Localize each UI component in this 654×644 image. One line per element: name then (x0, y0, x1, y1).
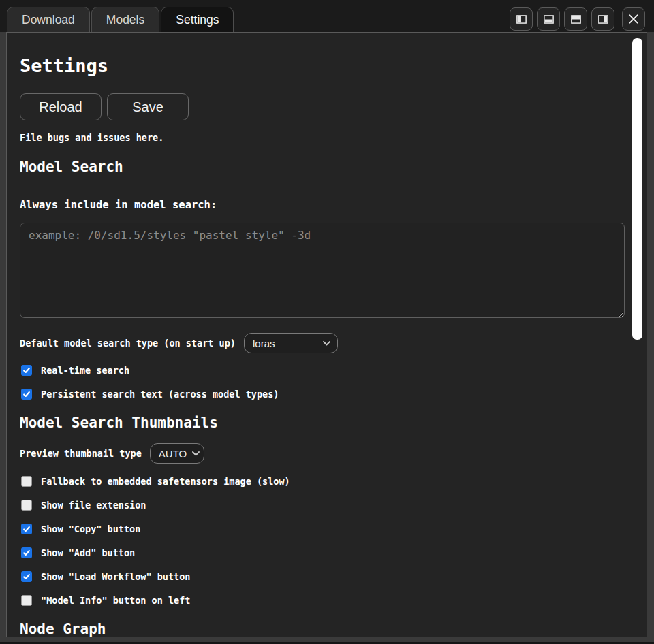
chevron-down-icon (323, 341, 330, 346)
window-controls (510, 7, 645, 31)
panel-top-icon (570, 14, 582, 25)
show-add-button-checkbox[interactable] (21, 547, 32, 558)
fallback-safetensors-checkbox[interactable] (21, 476, 32, 487)
checkbox-row-persistent-search[interactable]: Persistent search text (across model typ… (21, 388, 619, 400)
checkmark-icon (22, 549, 31, 557)
checkbox-row-show-add-button[interactable]: Show "Add" button (21, 547, 619, 558)
checkbox-label: "Model Info" button on left (41, 595, 190, 606)
node-graph-heading: Node Graph (20, 620, 619, 637)
file-bugs-link[interactable]: File bugs and issues here. (20, 132, 164, 144)
checkmark-icon (22, 573, 31, 581)
close-icon (627, 13, 640, 25)
checkbox-label: Persistent search text (across model typ… (41, 389, 279, 400)
checkbox-label: Show "Add" button (41, 547, 135, 558)
preview-thumbnail-type-label: Preview thumbnail type (20, 448, 142, 459)
dock-bottom-button[interactable] (537, 7, 560, 31)
checkbox-label: Show file extension (41, 500, 146, 511)
dock-left-button[interactable] (510, 7, 533, 31)
dock-right-button[interactable] (591, 7, 614, 31)
checkbox-row-show-load-workflow-button[interactable]: Show "Load Workflow" button (21, 570, 619, 582)
always-include-label: Always include in model search: (20, 199, 619, 211)
show-copy-button-checkbox[interactable] (21, 524, 32, 534)
close-button[interactable] (622, 7, 645, 31)
model-search-heading: Model Search (20, 158, 619, 176)
top-bar: Download Models Settings (0, 0, 654, 32)
settings-panel: Settings Reload Save File bugs and issue… (6, 32, 647, 637)
show-load-workflow-checkbox[interactable] (21, 571, 32, 582)
default-search-type-row: Default model search type (on start up) … (20, 333, 619, 353)
always-include-textarea[interactable] (20, 223, 625, 318)
tab-strip: Download Models Settings (7, 7, 234, 32)
default-search-type-select[interactable]: loras (244, 333, 338, 353)
persistent-search-checkbox[interactable] (21, 389, 32, 400)
tab-models[interactable]: Models (91, 7, 159, 32)
checkbox-row-model-info-button-left[interactable]: "Model Info" button on left (21, 594, 619, 606)
checkbox-label: Show "Load Workflow" button (41, 571, 190, 582)
checkbox-row-fallback-safetensors[interactable]: Fallback to embedded safetensors image (… (21, 475, 619, 487)
tab-download[interactable]: Download (7, 7, 90, 32)
model-info-left-checkbox[interactable] (21, 595, 32, 606)
realtime-search-checkbox[interactable] (21, 365, 32, 376)
show-file-extension-checkbox[interactable] (21, 500, 32, 511)
reload-button[interactable]: Reload (20, 93, 102, 120)
tab-download-label: Download (22, 13, 75, 27)
checkbox-label: Fallback to embedded safetensors image (… (41, 476, 290, 487)
panel-right-icon (597, 14, 609, 25)
tab-models-label: Models (106, 13, 144, 27)
vertical-scrollbar-thumb[interactable] (632, 38, 642, 340)
default-search-type-value: loras (253, 338, 275, 349)
checkmark-icon (22, 390, 31, 398)
thumbnails-heading: Model Search Thumbnails (20, 414, 619, 432)
preview-thumbnail-type-select[interactable]: AUTO (150, 443, 204, 464)
checkbox-row-realtime-search[interactable]: Real-time search (21, 364, 619, 376)
panel-bottom-icon (543, 14, 555, 25)
checkmark-icon (22, 525, 31, 533)
default-search-type-label: Default model search type (on start up) (20, 338, 236, 349)
chevron-down-icon (192, 451, 200, 456)
checkmark-icon (22, 366, 31, 374)
preview-thumbnail-type-row: Preview thumbnail type AUTO (20, 443, 619, 464)
page-title: Settings (20, 55, 619, 77)
dock-top-button[interactable] (564, 7, 587, 31)
checkbox-label: Show "Copy" button (41, 524, 140, 534)
panel-left-icon (516, 14, 527, 25)
checkbox-label: Real-time search (41, 365, 129, 376)
checkbox-row-show-copy-button[interactable]: Show "Copy" button (21, 523, 619, 534)
save-button[interactable]: Save (107, 93, 189, 120)
action-buttons: Reload Save (20, 93, 619, 120)
tab-settings-label: Settings (176, 13, 219, 27)
preview-thumbnail-type-value: AUTO (159, 448, 187, 460)
checkbox-row-show-file-extension[interactable]: Show file extension (21, 499, 619, 511)
tab-settings[interactable]: Settings (161, 7, 234, 32)
